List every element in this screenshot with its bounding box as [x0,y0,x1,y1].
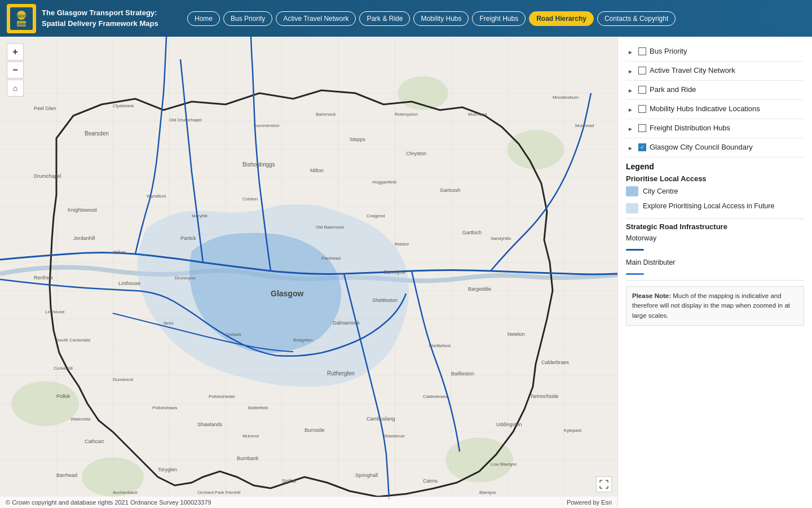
city-centre-swatch [626,186,638,196]
layer-checkbox-1[interactable] [638,67,646,75]
header-title: The Glasgow Transport Strategy: Spatial … [42,8,158,28]
svg-text:Ibrox: Ibrox [164,321,174,326]
nav-btn-road-hierarchy[interactable]: Road Hierarchy [529,11,594,26]
layer-expand-4[interactable]: ► [626,124,635,133]
nav-btn-freight-hubs[interactable]: Freight Hubs [472,11,526,26]
svg-text:Milton: Milton [310,168,324,173]
map-container[interactable]: Bearsden Drumchapel Renfrew Linthouse Bi… [0,37,617,508]
svg-text:Bearsden: Bearsden [85,130,109,137]
svg-text:Colston: Colston [242,196,258,202]
svg-point-31 [11,381,79,426]
layer-label-5: Glasgow City Council Boundary [650,143,753,152]
svg-text:Gartcosh: Gartcosh [440,187,461,193]
legend-divider-2 [626,280,804,281]
layer-expand-1[interactable]: ► [626,67,635,76]
svg-text:Stepps: Stepps [350,137,366,142]
legend-divider-1 [626,218,804,219]
explore-future-swatch [626,203,638,213]
nav-btn-home[interactable]: Home [187,11,220,26]
logo-block: GCC GLASGOW The Glasgow Transport Strate… [7,4,182,33]
layers-list: ►Bus Priority►Active Travel City Network… [626,42,804,157]
svg-text:South Cardonald: South Cardonald [56,338,90,343]
svg-text:Spittal: Spittal [282,478,296,484]
legend-main-distributer: Main Distributer [626,257,804,277]
svg-text:Craigend: Craigend [367,213,385,218]
right-panel: ►Bus Priority►Active Travel City Network… [617,37,812,508]
layer-label-1: Active Travel City Network [650,66,735,76]
svg-text:GCC: GCC [16,14,27,19]
svg-text:Shettleston: Shettleston [372,297,398,303]
legend-city-centre: City Centre [626,185,804,198]
layer-label-0: Bus Priority [650,47,687,56]
layer-expand-5[interactable]: ► [626,143,635,152]
layer-expand-3[interactable]: ► [626,105,635,114]
nav-btn-active-travel-network[interactable]: Active Travel Network [276,11,356,26]
zoom-out-button[interactable]: − [7,62,24,78]
svg-text:Tannochside: Tannochside [530,393,559,399]
city-centre-label: City Centre [643,187,678,195]
layer-checkbox-0[interactable] [638,47,646,55]
legend-motorway: Motorway [626,233,804,252]
svg-text:Calderbraes: Calderbraes [541,360,570,365]
svg-text:Partick: Partick [180,235,196,241]
zoom-in-button[interactable]: + [7,43,24,60]
motorway-label: Motorway [626,234,656,242]
svg-text:Rutherglen: Rutherglen [327,370,355,376]
svg-text:Muirhead: Muirhead [575,123,594,128]
svg-text:Bargeddie: Bargeddie [468,286,491,292]
header: GCC GLASGOW The Glasgow Transport Strate… [0,0,812,37]
layer-checkbox-2[interactable] [638,86,646,94]
nav-btn-mobility-hubs[interactable]: Mobility Hubs [413,11,469,26]
layer-checkbox-3[interactable] [638,105,646,113]
svg-text:Calderbraes: Calderbraes [423,394,448,399]
svg-text:Bishopbriggs: Bishopbriggs [242,161,275,168]
svg-text:Robroyston: Robroyston [395,112,418,117]
powered-by-text: Powered by Esri [567,499,612,506]
layer-item-0: ►Bus Priority [626,42,804,62]
svg-text:Low Blantyre: Low Blantyre [491,462,517,467]
svg-text:Springhall: Springhall [355,472,378,478]
note-box: Please Note: Much of the mapping is indi… [626,286,804,326]
svg-text:Bridgeton: Bridgeton [293,338,312,343]
svg-text:Burnside: Burnside [304,427,325,433]
nav-btn-bus-priority[interactable]: Bus Priority [223,11,272,26]
svg-text:Muirend: Muirend [242,433,259,439]
svg-text:Auchenback: Auchenback [113,490,138,495]
svg-text:Baillieston: Baillieston [451,371,474,376]
svg-text:Fernhill: Fernhill [226,490,240,495]
nav-btn-park---ride[interactable]: Park & Ride [359,11,410,26]
svg-text:Hogganfield: Hogganfield [372,179,396,185]
layer-expand-0[interactable]: ► [626,47,635,56]
svg-text:Jordanhill: Jordanhill [73,235,95,241]
svg-text:Drumchapel: Drumchapel [34,173,61,179]
svg-text:Clydebank: Clydebank [113,103,135,108]
svg-text:Shieldmuir: Shieldmuir [383,433,405,439]
svg-text:Corkerhill: Corkerhill [54,366,73,371]
layer-label-4: Freight Distribution Hubs [650,124,730,133]
note-bold: Please Note: [632,292,671,299]
svg-text:Knightswood: Knightswood [68,207,97,213]
layer-label-3: Mobility Hubs Indicative Locations [650,104,760,114]
svg-text:Barrhead: Barrhead [56,472,77,478]
layer-item-5: ►Glasgow City Council Boundary [626,138,804,157]
svg-text:Cathcart: Cathcart [85,439,104,444]
map-svg: Bearsden Drumchapel Renfrew Linthouse Bi… [0,37,617,508]
svg-text:Sandyhills: Sandyhills [491,236,511,241]
svg-text:Yoker: Yoker [113,249,126,255]
svg-text:Dumbreck: Dumbreck [113,377,134,382]
nav: HomeBus PriorityActive Travel NetworkPar… [187,11,676,26]
layer-checkbox-4[interactable] [638,124,646,132]
svg-text:Orchard Park: Orchard Park [197,490,225,495]
svg-text:Pollokshaws: Pollokshaws [152,405,177,410]
layer-expand-2[interactable]: ► [626,86,635,95]
layer-item-3: ►Mobility Hubs Indicative Locations [626,100,804,119]
svg-text:Uddingston: Uddingston [496,422,522,427]
layer-checkbox-5[interactable] [638,143,646,151]
fullscreen-button[interactable] [596,476,612,492]
home-button[interactable]: ⌂ [7,80,24,97]
svg-text:Wyndford: Wyndford [147,194,166,199]
svg-text:Battlefield: Battlefield [248,405,268,410]
nav-btn-contacts---copyright[interactable]: Contacts & Copyright [597,11,676,26]
svg-text:Balornock: Balornock [316,112,337,117]
svg-text:Carmtyne: Carmtyne [383,269,405,275]
